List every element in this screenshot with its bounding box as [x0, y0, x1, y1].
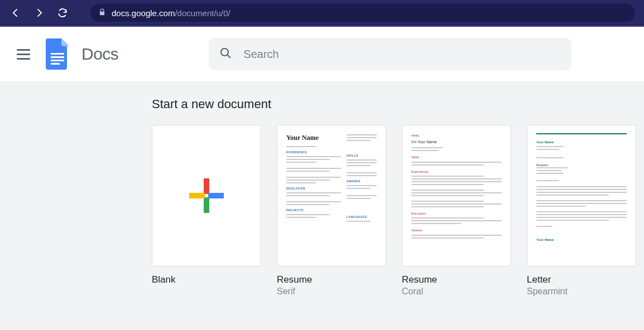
browser-top-bar: docs.google.com/document/u/0/ [0, 0, 644, 27]
template-title: Letter [527, 274, 636, 285]
search-icon [219, 46, 232, 62]
template-title: Resume [277, 274, 386, 285]
svg-point-4 [221, 48, 228, 56]
template-card-resume-serif: Your Name EXPERIENCE EDUCATION [277, 125, 386, 297]
back-button[interactable] [9, 6, 22, 20]
svg-rect-7 [204, 197, 209, 213]
reload-button[interactable] [56, 6, 69, 20]
template-blank-thumb[interactable] [152, 125, 261, 266]
section-title: Start a new document [152, 97, 643, 111]
template-subtitle: Spearmint [527, 287, 636, 297]
template-resume-serif-thumb[interactable]: Your Name EXPERIENCE EDUCATION [277, 125, 386, 266]
template-letter-spearmint-thumb[interactable]: Your Name Recipient [527, 125, 636, 266]
templates-section: Start a new document Blank [0, 81, 644, 330]
svg-rect-2 [51, 60, 64, 61]
plus-icon [187, 176, 226, 215]
template-card-blank: Blank [152, 125, 261, 297]
url-text: docs.google.com/document/u/0/ [112, 8, 230, 18]
template-title: Blank [152, 274, 261, 285]
template-subtitle: Coral [402, 287, 511, 297]
template-resume-coral-thumb[interactable]: Hello, I'm Your Name Skills Experience [402, 125, 511, 266]
svg-rect-8 [189, 193, 205, 198]
search-input[interactable] [243, 48, 561, 61]
template-card-letter-spearmint: Your Name Recipient [527, 125, 636, 297]
lock-icon [98, 8, 106, 18]
main-menu-button[interactable] [17, 46, 33, 62]
template-row: Blank Your Name EXPERIENCE [152, 125, 643, 297]
app-header: Docs [0, 27, 644, 81]
url-host: docs.google.com [112, 8, 175, 18]
svg-rect-0 [51, 53, 64, 55]
template-title: Resume [402, 274, 511, 285]
url-path: /document/u/0/ [175, 8, 230, 18]
address-bar[interactable]: docs.google.com/document/u/0/ [90, 4, 635, 22]
search-box[interactable] [209, 38, 571, 70]
template-subtitle: Serif [277, 287, 386, 297]
svg-rect-5 [204, 178, 209, 194]
forward-button[interactable] [32, 6, 46, 20]
svg-rect-1 [51, 56, 64, 58]
svg-rect-3 [51, 63, 60, 65]
docs-logo-icon[interactable] [46, 38, 69, 70]
svg-rect-6 [208, 193, 224, 198]
app-title: Docs [81, 45, 118, 64]
template-card-resume-coral: Hello, I'm Your Name Skills Experience [402, 125, 511, 297]
